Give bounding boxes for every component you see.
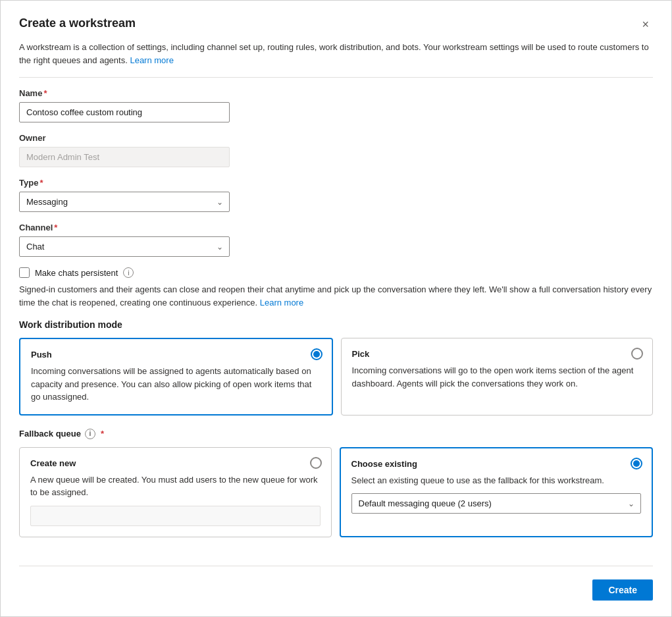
create-new-radio-btn (310, 457, 322, 469)
queue-select-wrapper: Default messaging queue (2 users) ⌄ (351, 493, 642, 514)
create-new-queue-card[interactable]: Create new A new queue will be created. … (19, 447, 332, 537)
channel-select[interactable]: Chat Email SMS (19, 236, 230, 257)
description-text: A workstream is a collection of settings… (19, 42, 649, 65)
close-button[interactable]: × (638, 16, 653, 33)
pick-card-desc: Incoming conversations will go to the op… (352, 364, 642, 390)
persistent-learn-more-link[interactable]: Learn more (260, 298, 303, 308)
persistent-info-icon: i (123, 267, 134, 278)
description-learn-more-link[interactable]: Learn more (130, 55, 173, 65)
persistent-label[interactable]: Make chats persistent (35, 268, 118, 278)
pick-radio[interactable] (631, 348, 643, 360)
modal-title: Create a workstream (19, 16, 136, 30)
create-new-title: Create new (30, 458, 321, 468)
pick-card-title: Pick (352, 349, 642, 359)
type-select-wrapper: Messaging Voice Chat ⌄ (19, 192, 230, 212)
push-card[interactable]: Push Incoming conversations will be assi… (19, 338, 333, 416)
name-input[interactable] (19, 102, 230, 122)
queue-select[interactable]: Default messaging queue (2 users) (351, 493, 642, 514)
persistent-description: Signed-in customers and their agents can… (19, 283, 653, 309)
push-radio-btn (311, 348, 323, 360)
choose-existing-title: Choose existing (351, 459, 642, 469)
persistent-checkbox-row: Make chats persistent i (19, 267, 653, 278)
choose-existing-desc: Select an existing queue to use as the f… (351, 474, 642, 487)
channel-select-wrapper: Chat Email SMS ⌄ (19, 236, 230, 257)
fallback-queue-label: Fallback queue i * (19, 429, 653, 439)
description-block: A workstream is a collection of settings… (19, 41, 653, 78)
create-button[interactable]: Create (592, 579, 653, 601)
channel-field-group: Channel* Chat Email SMS ⌄ (19, 223, 653, 257)
fallback-queue-cards: Create new A new queue will be created. … (19, 447, 653, 537)
type-label: Type* (19, 178, 653, 188)
modal-header: Create a workstream × (19, 16, 653, 33)
pick-card[interactable]: Pick Incoming conversations will go to t… (341, 338, 654, 416)
create-new-radio[interactable] (310, 457, 322, 469)
push-card-desc: Incoming conversations will be assigned … (31, 365, 321, 404)
work-distribution-cards: Push Incoming conversations will be assi… (19, 338, 653, 416)
create-queue-name-input[interactable] (30, 506, 321, 526)
name-field-group: Name* (19, 88, 653, 122)
choose-existing-radio-btn (631, 458, 642, 469)
modal-footer: Create (19, 566, 653, 601)
owner-field-group: Owner Modern Admin Test (19, 133, 653, 167)
persistent-checkbox[interactable] (19, 267, 30, 278)
owner-input: Modern Admin Test (19, 147, 230, 167)
create-workstream-modal: Create a workstream × A workstream is a … (0, 0, 672, 617)
persistent-desc-text: Signed-in customers and their agents can… (19, 284, 652, 308)
push-radio[interactable] (311, 348, 323, 360)
choose-existing-radio[interactable] (631, 458, 642, 469)
push-card-title: Push (31, 350, 321, 360)
create-new-desc: A new queue will be created. You must ad… (30, 473, 321, 499)
work-distribution-title: Work distribution mode (19, 319, 653, 330)
type-field-group: Type* Messaging Voice Chat ⌄ (19, 178, 653, 212)
choose-existing-queue-card[interactable]: Choose existing Select an existing queue… (340, 447, 654, 537)
type-select[interactable]: Messaging Voice Chat (19, 192, 230, 212)
owner-label: Owner (19, 133, 653, 143)
channel-label: Channel* (19, 223, 653, 232)
pick-radio-btn (631, 348, 643, 360)
fallback-info-icon: i (85, 429, 95, 439)
name-label: Name* (19, 88, 653, 98)
